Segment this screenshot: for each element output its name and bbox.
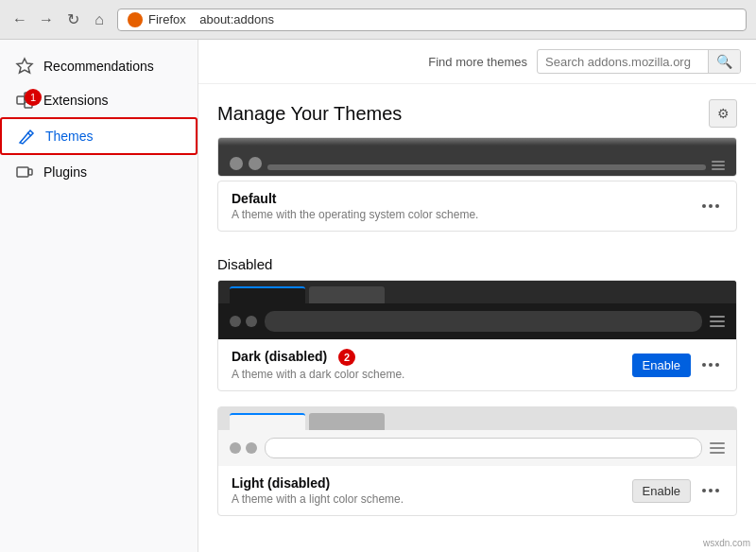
light-dot-2 [246, 442, 257, 454]
light-theme-actions: Enable [632, 479, 723, 503]
light-menu-icon [710, 442, 725, 454]
light-theme-info: Light (disabled) A theme with a light co… [218, 466, 736, 515]
themes-icon [17, 127, 36, 146]
dark-theme-more-button[interactable] [698, 359, 723, 371]
default-theme-more-button[interactable] [698, 200, 723, 212]
dark-nav-dots [230, 316, 257, 327]
address-bar[interactable]: Firefox about:addons [117, 9, 747, 31]
disabled-label: Disabled [198, 247, 756, 280]
dark-theme-name: Dark (disabled) 2 [232, 349, 404, 366]
dark-toolbar [218, 303, 736, 339]
sidebar-item-extensions[interactable]: Extensions 1 [0, 83, 198, 117]
sidebar-item-themes[interactable]: Themes [0, 117, 198, 155]
dark-theme-name-text: Dark (disabled) [232, 349, 327, 364]
main-content: Find more themes 🔍 Manage Your Themes ⚙ [198, 40, 756, 552]
svg-line-4 [27, 132, 31, 136]
sidebar-item-plugins-label: Plugins [43, 164, 87, 180]
address-url: Firefox about:addons [148, 12, 274, 26]
reload-button[interactable]: ↻ [62, 9, 83, 30]
dark-menu-icon [710, 316, 725, 327]
dark-more-dots-icon [702, 363, 719, 367]
dark-theme-desc: A theme with a dark color scheme. [232, 368, 404, 381]
dark-theme-actions: Enable [632, 354, 723, 377]
dark-theme-text: Dark (disabled) 2 A theme with a dark co… [232, 349, 404, 381]
forward-button[interactable]: → [36, 9, 57, 30]
truncated-dot-2 [249, 157, 262, 170]
extensions-badge: 1 [25, 89, 42, 106]
find-bar-search[interactable]: 🔍 [537, 49, 741, 74]
sidebar: Recommendations Extensions 1 Th [0, 40, 198, 552]
find-bar-input[interactable] [538, 51, 708, 73]
dark-theme-card: Dark (disabled) 2 A theme with a dark co… [217, 280, 737, 391]
light-nav-dots [230, 442, 257, 454]
section-header: Manage Your Themes ⚙ [198, 84, 756, 137]
browser-url: about:addons [199, 12, 274, 26]
dot-3 [715, 204, 719, 208]
svg-rect-1 [17, 96, 25, 104]
svg-rect-6 [28, 169, 32, 175]
dark-theme-preview [218, 281, 736, 339]
recommendations-icon [15, 57, 34, 76]
dark-hline-1 [710, 316, 725, 318]
dark-inactive-tab [309, 286, 385, 303]
truncated-preview [218, 138, 736, 176]
dark-dot-menu-3 [715, 363, 719, 367]
light-dot-menu-1 [702, 489, 706, 492]
gear-button[interactable]: ⚙ [709, 99, 737, 128]
dark-hline-2 [710, 320, 725, 322]
default-theme-actions [698, 200, 723, 212]
default-theme-card: Default A theme with the operating syste… [217, 181, 737, 232]
dark-dot-2 [246, 316, 257, 327]
light-theme-enable-button[interactable]: Enable [632, 479, 691, 503]
dot-2 [709, 204, 713, 208]
truncated-theme-card [217, 137, 737, 177]
light-active-tab [230, 413, 305, 430]
svg-rect-5 [17, 167, 28, 177]
sidebar-item-plugins[interactable]: Plugins [0, 155, 198, 189]
sidebar-item-recommendations[interactable]: Recommendations [0, 49, 198, 83]
app-container: Recommendations Extensions 1 Th [0, 40, 756, 552]
light-tab-row [218, 407, 736, 430]
hline-1 [712, 161, 725, 163]
truncated-dot-1 [230, 157, 243, 170]
light-theme-desc: A theme with a light color scheme. [232, 492, 404, 506]
dot-1 [702, 204, 706, 208]
dark-theme-enable-button[interactable]: Enable [632, 354, 691, 377]
light-inactive-tab [309, 413, 385, 430]
light-theme-text: Light (disabled) A theme with a light co… [232, 475, 404, 506]
plugins-icon [15, 163, 34, 181]
light-theme-more-button[interactable] [698, 485, 723, 496]
browser-chrome: ← → ↻ ⌂ Firefox about:addons [0, 0, 756, 40]
svg-marker-0 [17, 59, 32, 73]
sidebar-item-themes-label: Themes [45, 129, 94, 144]
find-bar-label: Find more themes [428, 55, 527, 69]
dark-dot-menu-2 [709, 363, 713, 367]
default-theme-info: Default A theme with the operating syste… [218, 181, 736, 231]
firefox-icon [128, 12, 143, 27]
home-button[interactable]: ⌂ [89, 9, 110, 30]
light-hline-1 [710, 442, 725, 444]
sidebar-item-recommendations-label: Recommendations [43, 59, 154, 74]
light-theme-name: Light (disabled) [232, 475, 404, 491]
light-hline-3 [710, 452, 725, 454]
default-theme-desc: A theme with the operating system color … [232, 208, 478, 221]
disabled-section: Disabled [198, 247, 756, 516]
back-button[interactable]: ← [9, 9, 30, 30]
gear-icon: ⚙ [717, 106, 730, 121]
dark-theme-info: Dark (disabled) 2 A theme with a dark co… [218, 339, 736, 390]
dark-active-tab [230, 286, 305, 303]
search-icon[interactable]: 🔍 [708, 50, 740, 73]
find-bar: Find more themes 🔍 [198, 40, 756, 84]
light-more-dots-icon [702, 489, 719, 492]
browser-name-label: Firefox [148, 12, 186, 26]
truncated-menu-icon [712, 161, 725, 170]
hline-3 [712, 168, 725, 170]
dark-address-bar [265, 311, 702, 332]
sidebar-item-extensions-label: Extensions [43, 93, 108, 108]
dark-hline-3 [710, 325, 725, 327]
watermark: wsxdn.com [703, 538, 750, 548]
hline-2 [712, 164, 725, 166]
light-theme-card: Light (disabled) A theme with a light co… [217, 406, 737, 516]
more-dots-icon [702, 204, 719, 208]
light-address-bar [265, 438, 702, 458]
